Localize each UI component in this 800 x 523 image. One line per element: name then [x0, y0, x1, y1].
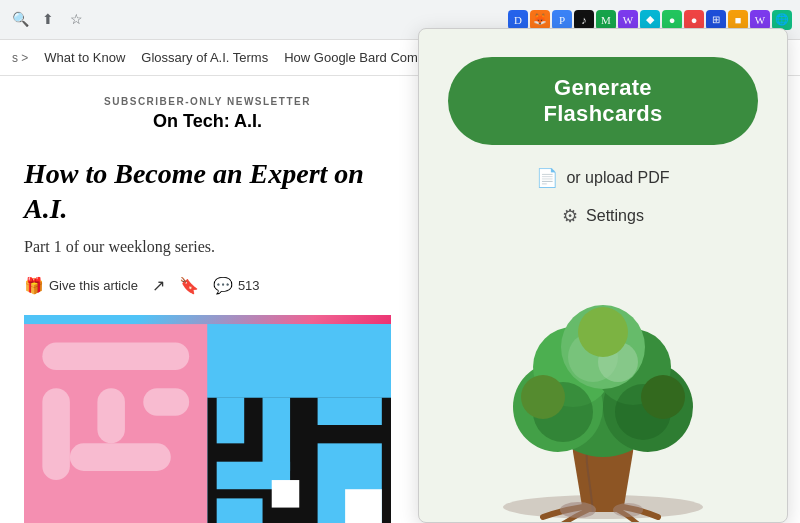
- ext-icon-m[interactable]: M: [596, 10, 616, 30]
- extension-icons: D 🦊 P ♪ M W ◆ ● ● ⊞ ■ W 🌐: [508, 10, 792, 30]
- bookmark-icon[interactable]: ☆: [64, 8, 88, 32]
- comments-btn[interactable]: 💬 513: [213, 276, 260, 295]
- gift-icon: 🎁: [24, 276, 44, 295]
- svg-point-30: [578, 307, 628, 357]
- browser-toolbar-left: 🔍 ⬆ ☆: [8, 8, 88, 32]
- svg-rect-11: [318, 397, 382, 425]
- ext-icon-d[interactable]: D: [508, 10, 528, 30]
- article-area: SUBSCRIBER-ONLY NEWSLETTER On Tech: A.I.…: [0, 76, 415, 523]
- tree-svg: [463, 292, 743, 522]
- nav-item-what-to-know[interactable]: What to Know: [44, 46, 125, 69]
- ext-icon-purple-w[interactable]: W: [750, 10, 770, 30]
- nav-item-glossary[interactable]: Glossary of A.I. Terms: [141, 46, 268, 69]
- newsletter-label: SUBSCRIBER-ONLY NEWSLETTER: [24, 96, 391, 107]
- svg-rect-7: [143, 388, 189, 416]
- save-btn[interactable]: 🔖: [179, 276, 199, 295]
- breadcrumb: s >: [12, 51, 28, 65]
- settings-label: Settings: [586, 207, 644, 225]
- ext-icon-teal[interactable]: 🌐: [772, 10, 792, 30]
- svg-rect-8: [208, 324, 392, 397]
- svg-point-29: [641, 375, 685, 419]
- svg-rect-10: [263, 397, 291, 470]
- share-icon[interactable]: ⬆: [36, 8, 60, 32]
- svg-rect-3: [42, 342, 189, 370]
- svg-rect-6: [70, 443, 171, 471]
- svg-point-31: [560, 502, 596, 518]
- comment-count: 513: [238, 278, 260, 293]
- comment-icon: 💬: [213, 276, 233, 295]
- svg-point-28: [521, 375, 565, 419]
- svg-point-32: [613, 503, 643, 517]
- share-icon: ↗: [152, 276, 165, 295]
- svg-rect-15: [272, 480, 300, 508]
- gift-article-btn[interactable]: 🎁 Give this article: [24, 276, 138, 295]
- upload-pdf-label: or upload PDF: [566, 169, 669, 187]
- ext-icon-music[interactable]: ♪: [574, 10, 594, 30]
- svg-rect-9: [217, 397, 245, 443]
- newsletter-title: On Tech: A.I.: [24, 111, 391, 132]
- article-title: How to Become an Expert on A.I.: [24, 156, 391, 226]
- settings-icon: ⚙: [562, 205, 578, 227]
- gift-label: Give this article: [49, 278, 138, 293]
- ext-icon-red[interactable]: ●: [684, 10, 704, 30]
- ext-icon-grid[interactable]: ⊞: [706, 10, 726, 30]
- ext-icon-green[interactable]: ●: [662, 10, 682, 30]
- ext-icon-w[interactable]: W: [618, 10, 638, 30]
- generate-flashcards-button[interactable]: Generate Flashcards: [448, 57, 758, 145]
- search-icon[interactable]: 🔍: [8, 8, 32, 32]
- pdf-icon: 📄: [536, 167, 558, 189]
- ext-icon-yellow[interactable]: ■: [728, 10, 748, 30]
- bookmark-icon: 🔖: [179, 276, 199, 295]
- svg-rect-4: [42, 388, 70, 480]
- ext-icon-fox[interactable]: 🦊: [530, 10, 550, 30]
- ext-icon-p[interactable]: P: [552, 10, 572, 30]
- svg-rect-5: [97, 388, 125, 443]
- article-actions: 🎁 Give this article ↗ 🔖 💬 513: [24, 276, 391, 295]
- ext-icon-blue[interactable]: ◆: [640, 10, 660, 30]
- popup-panel: Generate Flashcards 📄 or upload PDF ⚙ Se…: [418, 28, 788, 523]
- svg-rect-14: [345, 489, 382, 523]
- article-image: [24, 315, 391, 523]
- maze-svg: [24, 315, 391, 523]
- tree-illustration: [463, 292, 743, 522]
- settings-link[interactable]: ⚙ Settings: [562, 205, 644, 227]
- share-btn[interactable]: ↗: [152, 276, 165, 295]
- article-subtitle: Part 1 of our weeklong series.: [24, 238, 391, 256]
- upload-pdf-link[interactable]: 📄 or upload PDF: [536, 167, 669, 189]
- svg-rect-16: [217, 498, 263, 523]
